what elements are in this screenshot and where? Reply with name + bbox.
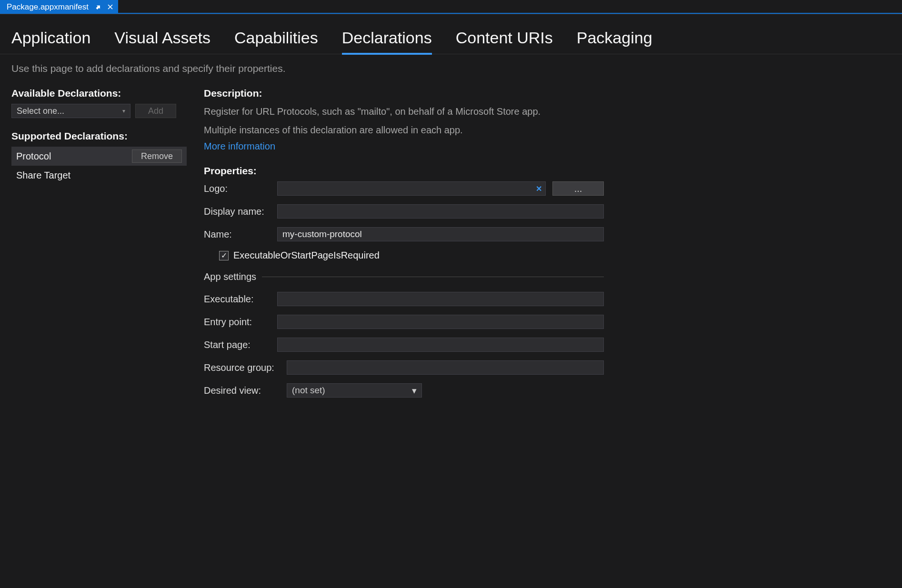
desired-view-value: (not set)	[292, 385, 325, 396]
tab-capabilities[interactable]: Capabilities	[234, 29, 318, 53]
executable-required-checkbox[interactable]	[219, 251, 229, 260]
clear-icon[interactable]: ✕	[536, 184, 542, 193]
available-declarations-label: Available Declarations:	[11, 88, 187, 99]
display-name-label: Display name:	[204, 206, 271, 217]
properties-label: Properties:	[204, 165, 604, 177]
start-page-label: Start page:	[204, 339, 271, 350]
executable-required-label: ExecutableOrStartPageIsRequired	[233, 250, 380, 261]
declaration-item-share-target[interactable]: Share Target	[11, 166, 187, 185]
description-line: Multiple instances of this declaration a…	[204, 122, 604, 138]
entry-point-input[interactable]	[277, 315, 604, 329]
dropdown-placeholder: Select one...	[17, 106, 64, 116]
executable-input[interactable]	[277, 292, 604, 306]
description-line: Register for URL Protocols, such as "mai…	[204, 104, 604, 120]
declaration-item-label: Share Target	[16, 170, 70, 181]
tab-visual-assets[interactable]: Visual Assets	[114, 29, 210, 53]
logo-input[interactable]	[277, 181, 546, 196]
available-declarations-dropdown[interactable]: Select one... ▾	[11, 104, 130, 118]
desired-view-label: Desired view:	[204, 385, 280, 396]
pin-icon[interactable]	[94, 4, 101, 10]
divider-rule	[262, 277, 604, 277]
desired-view-dropdown[interactable]: (not set) ▾	[287, 383, 422, 398]
resource-group-input[interactable]	[287, 360, 604, 375]
description-label: Description:	[204, 88, 604, 99]
document-tab[interactable]: Package.appxmanifest	[0, 0, 118, 14]
display-name-input[interactable]	[277, 204, 604, 219]
tab-declarations[interactable]: Declarations	[342, 29, 432, 55]
browse-logo-button[interactable]: ...	[552, 181, 604, 196]
page-hint: Use this page to add declarations and sp…	[0, 54, 902, 88]
declaration-item-label: Protocol	[16, 151, 51, 162]
declaration-item-protocol[interactable]: Protocol Remove	[11, 147, 187, 166]
close-icon[interactable]	[107, 4, 113, 10]
add-declaration-button[interactable]: Add	[135, 104, 176, 118]
supported-declarations-label: Supported Declarations:	[11, 130, 187, 142]
more-information-link[interactable]: More information	[204, 141, 604, 152]
entry-point-label: Entry point:	[204, 317, 271, 328]
document-tab-title: Package.appxmanifest	[7, 2, 89, 12]
resource-group-label: Resource group:	[204, 362, 280, 373]
name-label: Name:	[204, 229, 271, 240]
logo-label: Logo:	[204, 183, 271, 194]
app-settings-group-label: App settings	[204, 271, 256, 282]
name-input[interactable]	[277, 227, 604, 241]
tab-content-uris[interactable]: Content URIs	[456, 29, 553, 53]
chevron-down-icon: ▾	[122, 108, 125, 114]
tab-packaging[interactable]: Packaging	[577, 29, 652, 53]
remove-declaration-button[interactable]: Remove	[132, 149, 182, 163]
manifest-nav-tabs: Application Visual Assets Capabilities D…	[0, 14, 902, 54]
executable-label: Executable:	[204, 294, 271, 305]
document-tab-strip: Package.appxmanifest	[0, 0, 902, 14]
start-page-input[interactable]	[277, 338, 604, 352]
tab-well-underline	[118, 13, 902, 14]
chevron-down-icon: ▾	[412, 385, 417, 396]
tab-application[interactable]: Application	[11, 29, 90, 53]
